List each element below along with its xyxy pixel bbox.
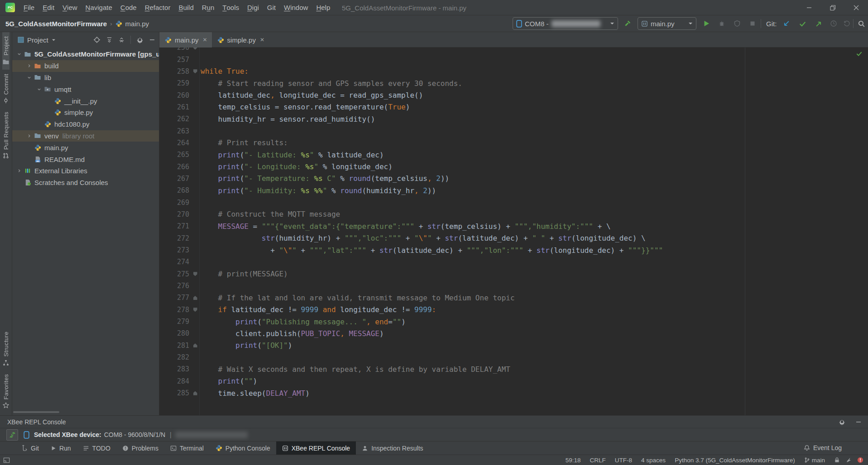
breadcrumb-project[interactable]: 5G_ColdAssetMonitorFirmware	[5, 20, 107, 28]
error-notification-icon[interactable]	[857, 457, 863, 463]
line-number[interactable]: 271	[159, 222, 191, 230]
hide-panel-icon[interactable]	[149, 37, 155, 43]
code-line-268[interactable]: 268 print("- Humidity: %s %%" % round(hu…	[159, 185, 868, 196]
code-line-269[interactable]: 269	[159, 196, 868, 208]
close-tab-icon[interactable]: ✕	[203, 37, 207, 43]
locate-file-icon[interactable]	[93, 36, 101, 43]
project-panel-header[interactable]: Project	[12, 32, 159, 47]
maximize-icon[interactable]	[821, 0, 844, 15]
hide-panel-icon[interactable]	[855, 419, 862, 425]
tool-tab-run[interactable]: Run	[45, 441, 77, 455]
menu-run[interactable]: Run	[198, 0, 219, 15]
code-line-266[interactable]: 266 print("- Longitude: %s" % longitude_…	[159, 161, 868, 172]
expand-all-icon[interactable]	[106, 37, 113, 43]
line-number[interactable]: 264	[159, 139, 191, 147]
git-commit-button[interactable]	[796, 18, 809, 29]
horizontal-scrollbar[interactable]	[13, 411, 59, 413]
fold-marker-icon[interactable]	[191, 47, 199, 50]
code-line-280[interactable]: 280 client.publish(PUB_TOPIC, MESSAGE)	[159, 327, 868, 339]
menu-help[interactable]: Help	[312, 0, 334, 15]
code-line-284[interactable]: 284 print("")	[159, 375, 868, 387]
line-number[interactable]: 276	[159, 282, 191, 290]
tool-tab-terminal[interactable]: Terminal	[164, 441, 210, 455]
chevron-right-icon[interactable]	[15, 169, 24, 173]
tool-tab-todo[interactable]: TODO	[77, 441, 116, 455]
code-line-273[interactable]: 273 + "\"" + ""","lat":""" + str(latitud…	[159, 244, 868, 256]
code-line-275[interactable]: 275 # print(MESSAGE)	[159, 268, 868, 280]
code-line-276[interactable]: 276	[159, 280, 868, 292]
code-line-279[interactable]: 279 print("Publishing message... ", end=…	[159, 316, 868, 327]
git-push-button[interactable]	[812, 18, 825, 29]
lock-icon[interactable]	[834, 457, 840, 463]
close-icon[interactable]	[844, 0, 868, 15]
code-line-282[interactable]: 282	[159, 351, 868, 363]
line-number[interactable]: 273	[159, 246, 191, 254]
dynamic-analysis-icon[interactable]	[845, 457, 852, 463]
tool-tab-python-console[interactable]: Python Console	[210, 441, 276, 455]
code-line-281[interactable]: 281 print("[OK]")	[159, 340, 868, 351]
rollback-icon[interactable]	[840, 18, 853, 29]
tree-item--init-py[interactable]: __init__.py	[12, 95, 159, 107]
event-log-button[interactable]: Event Log	[804, 441, 842, 455]
tool-stripe-favorites[interactable]: Favorites	[3, 370, 10, 413]
gear-icon[interactable]	[839, 418, 845, 425]
chevron-down-icon[interactable]	[25, 76, 34, 80]
breadcrumb-file[interactable]: main.py	[125, 20, 149, 28]
tree-item-main-py[interactable]: main.py	[12, 142, 159, 153]
tool-tab-inspection-results[interactable]: Inspection Results	[356, 441, 429, 455]
xbee-tools-hammer-button[interactable]	[621, 18, 634, 29]
code-line-283[interactable]: 283 # Wait X seconds and then repeat, X …	[159, 363, 868, 375]
chevron-down-icon[interactable]	[15, 52, 24, 56]
line-number[interactable]: 261	[159, 103, 191, 111]
tool-window-layout-icon[interactable]	[3, 457, 10, 464]
editor-area[interactable]: main.py✕simple.py✕ 256"""257258while Tru…	[159, 32, 868, 415]
line-number[interactable]: 266	[159, 163, 191, 171]
menu-refactor[interactable]: Refactor	[141, 0, 175, 15]
line-number[interactable]: 256	[159, 47, 191, 52]
close-tab-icon[interactable]: ✕	[260, 37, 264, 43]
debug-button[interactable]	[715, 18, 728, 29]
status-item[interactable]: CRLF	[590, 457, 606, 464]
status-item[interactable]: 59:18	[566, 457, 581, 464]
menu-code[interactable]: Code	[116, 0, 141, 15]
editor-tab-simple-py[interactable]: simple.py✕	[212, 32, 269, 47]
fold-marker-icon[interactable]	[191, 343, 199, 347]
line-number[interactable]: 281	[159, 342, 191, 350]
line-number[interactable]: 263	[159, 127, 191, 135]
tool-stripe-structure[interactable]: Structure	[3, 327, 10, 370]
tool-stripe-project[interactable]: Project	[2, 32, 10, 70]
menu-window[interactable]: Window	[280, 0, 312, 15]
line-number[interactable]: 262	[159, 115, 191, 123]
tree-item-5g-coldassetmonitorfirmware[interactable]: 5G_ColdAssetMonitorFirmware [gps_uart	[12, 48, 159, 60]
code-line-259[interactable]: 259 # Start reading sensor and GPS sampl…	[159, 77, 868, 89]
line-number[interactable]: 278	[159, 306, 191, 314]
code-line-262[interactable]: 262 humidity_hr = sensor.read_humidity()	[159, 113, 868, 125]
line-number[interactable]: 257	[159, 56, 191, 64]
history-clock-icon[interactable]	[827, 18, 840, 29]
connect-device-button[interactable]	[6, 429, 18, 441]
collapse-all-icon[interactable]	[118, 37, 125, 43]
tool-stripe-commit[interactable]: Commit	[2, 70, 10, 108]
line-number[interactable]: 283	[159, 365, 191, 373]
line-number[interactable]: 280	[159, 329, 191, 337]
minimize-icon[interactable]	[797, 0, 821, 15]
inspections-ok-check-icon[interactable]	[856, 50, 863, 57]
fold-marker-icon[interactable]	[191, 308, 199, 312]
tree-item-umqtt[interactable]: umqtt	[12, 83, 159, 95]
menu-digi[interactable]: Digi	[243, 0, 263, 15]
code-line-260[interactable]: 260 latitude_dec, longitude_dec = read_g…	[159, 89, 868, 101]
line-number[interactable]: 284	[159, 377, 191, 385]
line-number[interactable]: 269	[159, 199, 191, 207]
code-line-263[interactable]: 263	[159, 125, 868, 137]
line-number[interactable]: 268	[159, 186, 191, 195]
line-number[interactable]: 285	[159, 389, 191, 397]
code-line-256[interactable]: 256"""	[159, 47, 868, 53]
menu-build[interactable]: Build	[174, 0, 197, 15]
line-number[interactable]: 272	[159, 234, 191, 242]
status-item[interactable]: Python 3.7 (5G_ColdAssetMonitorFirmware)	[675, 457, 795, 464]
fold-marker-icon[interactable]	[191, 272, 199, 276]
tree-item-hdc1080-py[interactable]: hdc1080.py	[12, 119, 159, 130]
run-button[interactable]	[700, 18, 713, 29]
fold-marker-icon[interactable]	[191, 296, 199, 300]
tool-tab-problems[interactable]: Problems	[116, 441, 164, 455]
